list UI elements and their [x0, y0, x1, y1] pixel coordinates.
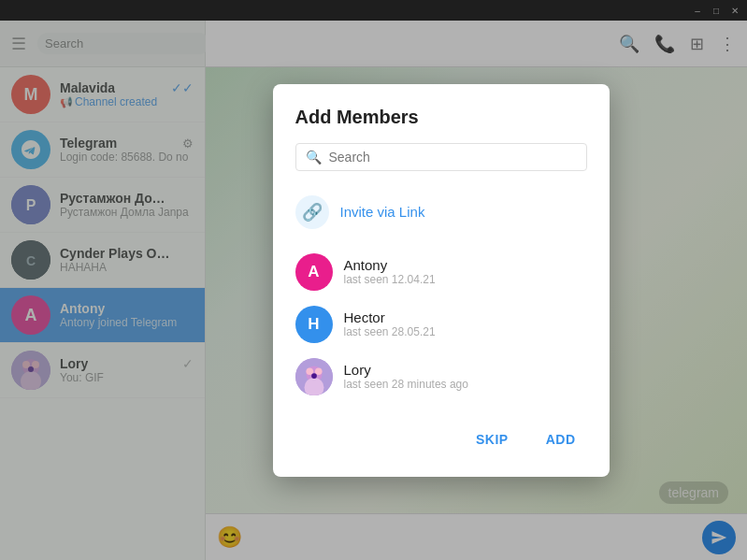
member-row-antony[interactable]: A Antony last seen 12.04.21	[295, 246, 587, 298]
modal-search-input[interactable]	[329, 150, 577, 165]
member-seen: last seen 28.05.21	[344, 325, 436, 338]
member-seen: last seen 28 minutes ago	[344, 378, 468, 391]
add-members-modal: Add Members 🔍 🔗 Invite via Link A Antony…	[273, 84, 610, 477]
member-info-lory: Lory last seen 28 minutes ago	[344, 362, 468, 391]
avatar-hector-modal: H	[295, 306, 333, 343]
invite-link-text: Invite via Link	[340, 204, 425, 220]
modal-search-container: 🔍	[295, 143, 587, 171]
member-row-lory[interactable]: Lory last seen 28 minutes ago	[295, 351, 587, 403]
avatar-lory-modal	[295, 358, 333, 395]
member-row-hector[interactable]: H Hector last seen 28.05.21	[295, 298, 587, 351]
skip-button[interactable]: SKIP	[465, 424, 520, 454]
svg-point-24	[311, 373, 317, 379]
member-seen: last seen 12.04.21	[344, 273, 436, 286]
invite-link-button[interactable]: 🔗 Invite via Link	[295, 186, 587, 238]
search-icon: 🔍	[306, 150, 322, 165]
modal-title: Add Members	[295, 107, 587, 128]
member-info-antony: Antony last seen 12.04.21	[344, 257, 436, 286]
member-name: Lory	[344, 362, 468, 378]
add-button[interactable]: ADD	[535, 424, 587, 454]
svg-point-23	[314, 367, 322, 375]
avatar-antony-modal: A	[295, 253, 333, 291]
svg-point-22	[306, 367, 313, 375]
member-info-hector: Hector last seen 28.05.21	[344, 309, 436, 338]
modal-actions: SKIP ADD	[295, 409, 587, 454]
link-icon: 🔗	[295, 195, 329, 229]
member-name: Antony	[344, 257, 436, 273]
app-window: – □ ✕ ☰ M Malavida ✓✓	[0, 0, 747, 560]
member-name: Hector	[344, 309, 436, 325]
